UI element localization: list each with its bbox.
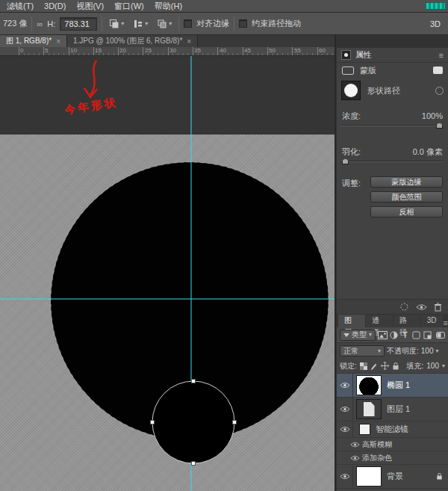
slider-track xyxy=(342,125,443,126)
filter-name[interactable]: 高斯模糊 xyxy=(362,439,392,450)
tab-layers[interactable]: 图层 xyxy=(338,315,365,327)
layer-row-smart-filters[interactable]: 智能滤镜 xyxy=(337,421,448,438)
anchor-left[interactable] xyxy=(151,421,155,424)
blend-mode-row: 正常 ▾ 不透明度: 100 ▾ xyxy=(337,343,448,359)
filter-type-layers-icon[interactable]: T xyxy=(401,330,410,341)
delete-mask-trash-icon[interactable] xyxy=(434,303,442,312)
anchor-top[interactable] xyxy=(192,380,196,383)
opacity-value[interactable]: 100 xyxy=(421,347,434,355)
layer-row-background[interactable]: 背景 xyxy=(337,465,448,489)
anchor-bottom[interactable] xyxy=(192,462,196,466)
mask-label: 蒙版 xyxy=(360,65,376,76)
filter-adjustment-layers-icon[interactable] xyxy=(390,330,399,341)
app-badge-icon[interactable] xyxy=(426,2,446,10)
filter-smart-objects-icon[interactable] xyxy=(423,330,432,341)
layer-row-gaussian-blur[interactable]: 高斯模糊 xyxy=(337,438,448,451)
feather-slider-handle[interactable] xyxy=(342,158,349,164)
filter-toggle-icon[interactable] xyxy=(436,330,445,341)
dropdown-arrow-icon[interactable]: ▾ xyxy=(435,348,438,354)
shape-path-row[interactable]: 形状路径 xyxy=(337,78,448,103)
document-tab-2-label: 1.JPG @ 100% (图层 6, RGB/8)* xyxy=(73,36,182,46)
layer-row-layer-1[interactable]: 图层 1 xyxy=(337,398,448,421)
filter-shape-layers-icon[interactable] xyxy=(412,330,421,341)
path-arrange-button[interactable]: ▾ xyxy=(155,16,174,31)
lock-transparent-pixels-icon[interactable] xyxy=(360,362,367,370)
layers-panel-menu-icon[interactable]: ≡ xyxy=(444,318,448,327)
link-dimensions-icon[interactable]: ∞ xyxy=(37,19,43,28)
adjust-section: 调整: 蒙版边缘 颜色范围 反相 xyxy=(337,176,448,217)
layer-name[interactable]: 图层 1 xyxy=(387,404,410,415)
layer-name[interactable]: 椭圆 1 xyxy=(387,380,410,391)
funnel-icon xyxy=(343,333,349,337)
blend-mode-dropdown[interactable]: 正常 ▾ xyxy=(340,345,385,356)
visibility-eye-icon[interactable] xyxy=(337,374,353,397)
menu-view[interactable]: 视图(V) xyxy=(71,1,109,12)
fill-value[interactable]: 100 xyxy=(426,362,439,370)
panel-menu-icon[interactable]: ≡ xyxy=(439,51,444,60)
invert-button[interactable]: 反相 xyxy=(370,206,443,217)
close-icon[interactable]: × xyxy=(187,37,191,46)
layer-row-ellipse-1[interactable]: 椭圆 1 xyxy=(337,374,448,398)
align-edges-checkbox[interactable] xyxy=(184,19,192,28)
visibility-eye-icon[interactable] xyxy=(337,398,353,421)
density-slider[interactable] xyxy=(342,123,443,129)
mask-edge-button[interactable]: 蒙版边缘 xyxy=(370,176,443,188)
visibility-eye-icon[interactable] xyxy=(337,465,353,488)
color-range-button[interactable]: 颜色范围 xyxy=(370,191,443,203)
visibility-eye-icon[interactable] xyxy=(347,451,362,464)
shape-path-thumbnail[interactable] xyxy=(341,81,361,100)
ruler-label: 25 xyxy=(145,47,152,54)
workspace-3d-button[interactable]: 3D xyxy=(430,19,441,28)
menu-help[interactable]: 帮助(H) xyxy=(149,1,187,12)
slider-track xyxy=(342,161,443,162)
height-field[interactable]: 783.31 xyxy=(60,17,97,31)
layer-thumbnail[interactable] xyxy=(356,375,382,395)
document-tab-1[interactable]: 图 1, RGB/8)* × xyxy=(0,35,67,47)
horizontal-ruler[interactable]: 0 5 10 15 20 25 30 35 40 45 50 55 60 xyxy=(0,47,335,56)
filter-pixel-layers-icon[interactable] xyxy=(378,330,388,341)
mask-icon xyxy=(342,67,354,75)
feather-label: 羽化: xyxy=(342,146,361,158)
smart-filter-mask-thumbnail[interactable] xyxy=(359,424,370,435)
layer-thumbnail[interactable] xyxy=(356,399,382,419)
anchor-right[interactable] xyxy=(233,421,237,424)
path-operations-button[interactable]: ▾ xyxy=(107,16,126,31)
menu-3d[interactable]: 3D(D) xyxy=(39,1,71,10)
menu-filter[interactable]: 滤镜(T) xyxy=(1,1,39,12)
tab-channels[interactable]: 通道 xyxy=(366,315,393,327)
path-alignment-button[interactable]: ▾ xyxy=(131,16,150,31)
constrain-path-checkbox[interactable] xyxy=(239,19,247,28)
dropdown-arrow-icon[interactable]: ▾ xyxy=(442,363,445,369)
ruler-label: 10 xyxy=(70,47,77,54)
mask-properties-icon xyxy=(341,50,351,60)
dropdown-arrow-icon: ▾ xyxy=(121,21,124,27)
mask-visibility-eye-icon[interactable] xyxy=(416,303,427,311)
density-slider-handle[interactable] xyxy=(436,123,443,129)
photoshop-window: 滤镜(T) 3D(D) 视图(V) 窗口(W) 帮助(H) 723 像 ∞ H:… xyxy=(0,0,448,491)
visibility-eye-icon[interactable] xyxy=(337,421,353,437)
lock-position-icon[interactable] xyxy=(381,362,389,370)
filter-name[interactable]: 添加杂色 xyxy=(362,453,392,463)
page-icon xyxy=(364,402,375,416)
tab-paths[interactable]: 路径 xyxy=(393,315,420,327)
load-selection-icon[interactable] xyxy=(399,302,409,312)
panel-column: 属性 ≡ 蒙版 形状路径 浓度: 100% 羽化: xyxy=(335,35,448,491)
layer-name[interactable]: 背景 xyxy=(387,471,403,482)
canvas-area[interactable]: 今年形状 xyxy=(0,56,335,491)
filter-type-dropdown[interactable]: 类型 ▾ xyxy=(340,330,376,341)
density-value[interactable]: 100% xyxy=(422,111,443,120)
layer-thumbnail[interactable] xyxy=(356,466,382,487)
layer-row-add-noise[interactable]: 添加杂色 xyxy=(337,451,448,465)
lock-all-icon[interactable] xyxy=(392,362,399,370)
feather-row: 羽化: 0.0 像素 xyxy=(337,146,448,157)
close-icon[interactable]: × xyxy=(56,37,60,46)
visibility-eye-icon[interactable] xyxy=(347,438,362,451)
lock-image-pixels-icon[interactable] xyxy=(370,362,378,370)
mask-badge-icon[interactable] xyxy=(433,67,443,74)
feather-slider[interactable] xyxy=(342,158,443,164)
tab-3d[interactable]: 3D xyxy=(421,315,443,327)
feather-value[interactable]: 0.0 像素 xyxy=(413,146,443,158)
document-tab-2[interactable]: 1.JPG @ 100% (图层 6, RGB/8)* × xyxy=(67,35,198,47)
smart-filters-label[interactable]: 智能滤镜 xyxy=(376,424,408,435)
menu-window[interactable]: 窗口(W) xyxy=(109,1,149,12)
